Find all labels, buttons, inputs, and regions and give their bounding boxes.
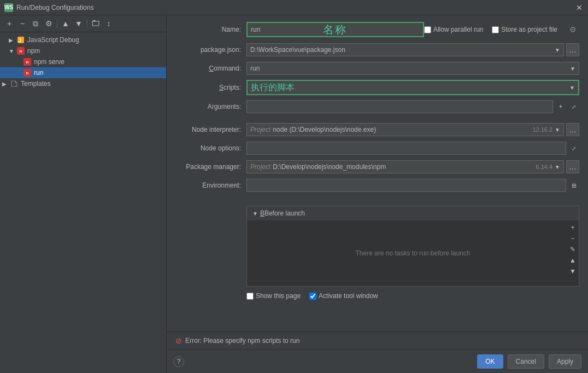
scripts-placeholder: 执行的脚本 <box>251 82 295 94</box>
package-manager-field[interactable]: Project D:\Develop\nodejs\node_modules\n… <box>246 160 564 173</box>
environment-control: ⊞ <box>246 179 579 192</box>
allow-parallel-label[interactable]: Allow parallel run <box>424 26 483 33</box>
button-bar: ? OK Cancel Apply <box>167 349 588 373</box>
name-input[interactable] <box>248 23 423 36</box>
serve-icon: n <box>23 57 32 66</box>
before-launch-header[interactable]: ▼ BBefore launch <box>247 206 579 220</box>
store-project-file-checkbox[interactable] <box>492 26 499 33</box>
error-bar: ⊘ Error: Please specify npm scripts to r… <box>167 331 588 349</box>
help-button[interactable]: ? <box>173 356 184 367</box>
node-options-control: ⤢ <box>246 142 579 155</box>
name-label: Name: <box>175 26 246 33</box>
sort-button[interactable]: ↕ <box>103 18 115 30</box>
add-button[interactable]: + <box>3 18 15 30</box>
folder-button[interactable] <box>90 18 102 30</box>
before-launch-toolbar: + − ✎ ▲ ▼ <box>567 220 579 286</box>
environment-label: Environment: <box>175 182 246 189</box>
store-settings-btn[interactable]: ⚙ <box>566 23 579 36</box>
node-interpreter-project: Project <box>250 126 271 133</box>
command-dropdown[interactable]: run ▼ <box>246 62 579 75</box>
tree-arrow-js-debug: ▶ <box>9 37 16 43</box>
separator-2 <box>87 19 87 28</box>
dialog-title: Run/Debug Configurations <box>16 4 575 11</box>
package-manager-browse-btn[interactable]: … <box>566 160 579 173</box>
node-interpreter-label: Node interpreter: <box>175 126 246 133</box>
show-this-page-label[interactable]: Show this page <box>246 292 301 300</box>
tree-item-run[interactable]: ▶ n run <box>0 67 166 78</box>
activate-tool-window-checkbox[interactable] <box>309 293 316 300</box>
scripts-dropdown[interactable]: 执行的脚本 ▼ <box>248 81 578 94</box>
package-json-dropdown[interactable]: D:\WorkSpace\vue\package.json ▼ <box>246 43 564 56</box>
arguments-label: Arguments: <box>175 103 246 110</box>
name-control: 名称 <box>246 22 424 37</box>
remove-button[interactable]: − <box>16 18 28 30</box>
store-project-file-label[interactable]: Store as project file <box>492 26 557 33</box>
js-debug-icon: J <box>16 36 25 44</box>
activate-tool-window-label[interactable]: Activate tool window <box>309 292 378 300</box>
node-interpreter-field[interactable]: Project node (D:\Develop\nodejs\node.exe… <box>246 123 564 136</box>
title-bar: WS Run/Debug Configurations ✕ <box>0 0 588 15</box>
tree-item-npm[interactable]: ▼ n npm <box>0 45 166 56</box>
close-button[interactable]: ✕ <box>575 3 584 12</box>
arguments-fullscreen-btn[interactable]: ⤢ <box>568 101 579 112</box>
name-row: Name: 名称 Allow parallel run <box>175 22 579 37</box>
command-row: Command: run ▼ <box>175 61 579 75</box>
scripts-row: Scripts: 执行的脚本 ▼ <box>175 80 579 95</box>
tree-label-npm-serve: npm serve <box>34 58 64 66</box>
node-options-input[interactable] <box>246 142 566 155</box>
tree-label-run: run <box>34 69 43 77</box>
environment-expand-btn[interactable]: ⊞ <box>568 180 579 191</box>
bottom-options: Show this page Activate tool window <box>246 287 579 303</box>
node-version-badge: 12.16.2 <box>532 126 552 133</box>
package-json-arrow: ▼ <box>555 47 560 53</box>
copy-button[interactable]: ⧉ <box>30 18 42 30</box>
tree-item-templates[interactable]: ▶ Templates <box>0 78 166 89</box>
config-tree[interactable]: ▶ J JavaScript Debug ▼ n npm ▶ <box>0 32 166 373</box>
arguments-input[interactable] <box>246 100 553 113</box>
cancel-button[interactable]: Cancel <box>508 354 544 369</box>
package-json-control: D:\WorkSpace\vue\package.json ▼ … <box>246 43 579 56</box>
right-panel: Name: 名称 Allow parallel run <box>167 15 588 373</box>
app-icon: WS <box>4 3 13 12</box>
before-launch-down-btn[interactable]: ▼ <box>568 266 578 276</box>
before-launch-up-btn[interactable]: ▲ <box>568 255 578 265</box>
ok-button[interactable]: OK <box>477 354 503 369</box>
package-manager-version: 6.14.4 <box>536 164 553 170</box>
button-bar-right: OK Cancel Apply <box>477 354 581 369</box>
settings-button[interactable]: ⚙ <box>43 18 55 30</box>
scripts-label: Scripts: <box>175 84 246 91</box>
move-up-button[interactable]: ▲ <box>60 18 72 30</box>
move-down-button[interactable]: ▼ <box>73 18 85 30</box>
node-interpreter-control: Project node (D:\Develop\nodejs\node.exe… <box>246 123 579 136</box>
node-interpreter-browse-btn[interactable]: … <box>566 123 579 136</box>
command-control: run ▼ <box>246 62 579 75</box>
before-launch-collapse-icon: ▼ <box>252 211 258 217</box>
tree-item-js-debug[interactable]: ▶ J JavaScript Debug <box>0 34 166 45</box>
before-launch-edit-btn[interactable]: ✎ <box>568 244 578 254</box>
before-launch-section: ▼ BBefore launch There are no tasks to r… <box>246 206 579 287</box>
toolbar: + − ⧉ ⚙ ▲ ▼ ↕ <box>0 15 166 32</box>
arguments-row: Arguments: + ⤢ <box>175 100 579 114</box>
package-manager-path: D:\Develop\nodejs\node_modules\npm <box>273 163 386 171</box>
node-interpreter-row: Node interpreter: Project node (D:\Devel… <box>175 123 579 137</box>
node-options-row: Node options: ⤢ <box>175 141 579 155</box>
separator-1 <box>57 19 57 28</box>
node-options-expand-btn[interactable]: ⤢ <box>568 143 579 154</box>
environment-input[interactable] <box>246 179 566 192</box>
package-json-browse-btn[interactable]: … <box>566 43 579 56</box>
tree-item-npm-serve[interactable]: ▶ n npm serve <box>0 56 166 67</box>
spacer <box>175 118 579 123</box>
arguments-expand-btn[interactable]: + <box>555 101 566 112</box>
before-launch-remove-btn[interactable]: − <box>568 234 578 243</box>
tree-label-npm: npm <box>27 47 40 55</box>
apply-button[interactable]: Apply <box>549 354 581 369</box>
before-launch-add-btn[interactable]: + <box>568 223 578 232</box>
package-manager-label: Package manager: <box>175 163 246 171</box>
error-icon: ⊘ <box>175 336 182 345</box>
node-interpreter-text: Project node (D:\Develop\nodejs\node.exe… <box>250 126 532 133</box>
scripts-arrow: ▼ <box>569 85 575 91</box>
allow-parallel-checkbox[interactable] <box>424 26 431 33</box>
show-this-page-checkbox[interactable] <box>246 293 254 300</box>
before-launch-container: ▼ BBefore launch There are no tasks to r… <box>246 201 579 303</box>
command-arrow: ▼ <box>570 66 575 72</box>
